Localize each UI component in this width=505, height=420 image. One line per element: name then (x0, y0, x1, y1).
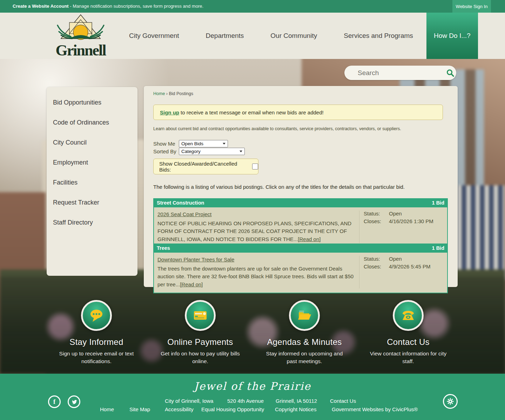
footer-link-equal-housing[interactable]: Equal Housing Opportunity (201, 406, 264, 412)
bid-row: 2026 Seal Coat Project NOTICE OF PUBLIC … (153, 207, 448, 248)
bid-section-header: Street Construction 1 Bid (153, 198, 448, 207)
facebook-icon[interactable]: f (48, 395, 61, 408)
sidebar-item-request-tracker[interactable]: Request Tracker (47, 194, 137, 211)
nav-departments[interactable]: Departments (193, 13, 257, 59)
quicklink-online-payments[interactable]: Online Payments Get info on how to pay u… (160, 300, 241, 366)
search-button[interactable] (444, 66, 456, 80)
sorted-by-filter-row: Sorted By Category (153, 148, 245, 155)
website-sign-in-button[interactable]: Website Sign In (452, 0, 491, 13)
signup-banner: Sign up to receive a text message or ema… (153, 105, 443, 120)
breadcrumb-home-link[interactable]: Home (153, 91, 165, 96)
main-nav: City Government Departments Our Communit… (116, 13, 478, 59)
nav-services-and-programs[interactable]: Services and Programs (330, 13, 426, 59)
footer-link-city-of-grinnell: City of Grinnell, Iowa (165, 398, 213, 404)
site-tools-button[interactable] (443, 394, 458, 409)
nav-how-do-i[interactable]: How Do I...? (426, 13, 478, 59)
closes-label: Closes: (364, 264, 385, 269)
sidebar-item-code-of-ordinances[interactable]: Code of Ordinances (47, 114, 137, 131)
sorted-by-label: Sorted By (153, 148, 179, 154)
bid-count-badge: 1 Bid (432, 200, 444, 206)
bid-section-header: Trees 1 Bid (153, 244, 448, 253)
breadcrumb-current: Bid Postings (169, 91, 193, 96)
bid-title-link[interactable]: Downtown Planter Trees for Sale (157, 256, 234, 264)
footer-link-civicplus[interactable]: Government Websites by CivicPlus® (332, 406, 418, 412)
page: Create a Website Account - Manage notifi… (0, 0, 505, 420)
sidebar-item-staff-directory[interactable]: Staff Directory (47, 214, 137, 231)
utility-bar: Create a Website Account - Manage notifi… (0, 0, 505, 13)
sorted-by-select[interactable]: Category (179, 148, 245, 155)
quicklink-title: Stay Informed (56, 337, 137, 347)
footer-link-contact-us[interactable]: Contact Us (330, 398, 356, 404)
site-header: Grinnell City Government Departments Our… (0, 13, 505, 59)
sidebar-item-facilities[interactable]: Facilities (47, 174, 137, 191)
chevron-down-icon (240, 151, 242, 152)
sign-up-link[interactable]: Sign up (160, 109, 179, 115)
breadcrumb-separator: › (166, 91, 168, 96)
bid-intro-text: Learn about current bid and contract opp… (153, 126, 401, 131)
show-closed-bids-checkbox[interactable] (252, 164, 258, 169)
signup-banner-text: to receive a text message or email when … (181, 109, 324, 115)
twitter-icon[interactable] (68, 395, 80, 408)
sidebar-item-bid-opportunities[interactable]: Bid Opportunities (47, 94, 137, 111)
speech-bubble-icon (89, 308, 104, 323)
quicklink-circle (289, 300, 320, 331)
quicklink-circle (393, 300, 424, 331)
status-value: Open (389, 211, 444, 216)
main-content-panel: Home › Bid Postings Sign up to receive a… (144, 86, 458, 287)
quicklink-contact-us[interactable]: Contact Us View contact information for … (368, 300, 449, 366)
photo-striped-awning (452, 185, 505, 280)
search-icon (446, 69, 454, 77)
sidebar-item-employment[interactable]: Employment (47, 154, 137, 171)
bid-category-title: Street Construction (157, 200, 204, 206)
bid-section-street-construction: Street Construction 1 Bid 2026 Seal Coat… (153, 198, 448, 248)
footer-link-home[interactable]: Home (100, 406, 114, 412)
footer-link-site-map[interactable]: Site Map (129, 406, 150, 412)
quicklink-description: Get info on how to pay utility bills onl… (160, 350, 241, 366)
chevron-down-icon (223, 143, 225, 145)
sidebar-item-city-council[interactable]: City Council (47, 134, 137, 151)
open-folder-icon (297, 308, 312, 323)
status-label: Status: (364, 256, 385, 262)
status-label: Status: (364, 211, 385, 216)
search-input[interactable] (357, 69, 444, 77)
quicklink-agendas-minutes[interactable]: Agendas & Minutes Stay informed on upcom… (264, 300, 345, 366)
read-on-link[interactable]: [Read on] (180, 281, 203, 287)
footer-tagline: Jewel of the Prairie (0, 380, 505, 392)
closes-value: 4/16/2026 1:30 PM (389, 218, 444, 224)
search-bar (344, 66, 456, 80)
grinnell-logo[interactable]: Grinnell (49, 14, 112, 58)
bid-status-block: Status: Open Closes: 4/9/2026 5:45 PM (359, 256, 444, 288)
create-account-text[interactable]: Create a Website Account - Manage notifi… (13, 4, 203, 9)
credit-card-icon (193, 308, 208, 323)
quicklink-description: Sign up to receive email or text notific… (56, 350, 137, 366)
telephone-icon (401, 308, 416, 323)
bid-title-link[interactable]: 2026 Seal Coat Project (157, 211, 211, 218)
closes-label: Closes: (364, 218, 385, 224)
sidebar: Bid Opportunities Code of Ordinances Cit… (47, 87, 137, 276)
quicklink-circle (81, 300, 112, 331)
show-me-selected-value: Open Bids (181, 141, 203, 146)
show-me-label: Show Me (153, 141, 179, 147)
listing-intro-text: The following is a listing of various bi… (153, 184, 405, 190)
status-value: Open (389, 256, 444, 262)
show-closed-bids-label: Show Closed/Awarded/Cancelled Bids: (159, 161, 249, 173)
nav-our-community[interactable]: Our Community (257, 13, 330, 59)
footer-link-accessibility[interactable]: Accessibility (165, 406, 194, 412)
footer-link-copyright-notices[interactable]: Copyright Notices (275, 406, 316, 412)
quicklink-title: Agendas & Minutes (264, 337, 345, 347)
show-closed-bids-box: Show Closed/Awarded/Cancelled Bids: (153, 159, 258, 174)
nav-city-government[interactable]: City Government (116, 13, 193, 59)
create-account-link[interactable]: Create a Website Account (13, 4, 69, 9)
bid-category-title: Trees (157, 245, 170, 251)
quicklink-stay-informed[interactable]: Stay Informed Sign up to receive email o… (56, 300, 137, 366)
show-me-select[interactable]: Open Bids (179, 140, 228, 147)
closes-value: 4/9/2026 5:45 PM (389, 264, 444, 269)
quicklink-title: Online Payments (160, 337, 241, 347)
bid-section-trees: Trees 1 Bid Downtown Planter Trees for S… (153, 244, 448, 293)
bid-count-badge: 1 Bid (432, 245, 444, 251)
read-on-link[interactable]: [Read on] (298, 236, 321, 242)
bid-description: Downtown Planter Trees for Sale The tree… (157, 256, 359, 288)
gear-icon (447, 398, 454, 405)
bid-status-block: Status: Open Closes: 4/16/2026 1:30 PM (359, 211, 444, 243)
twitter-bird-icon (71, 399, 77, 405)
